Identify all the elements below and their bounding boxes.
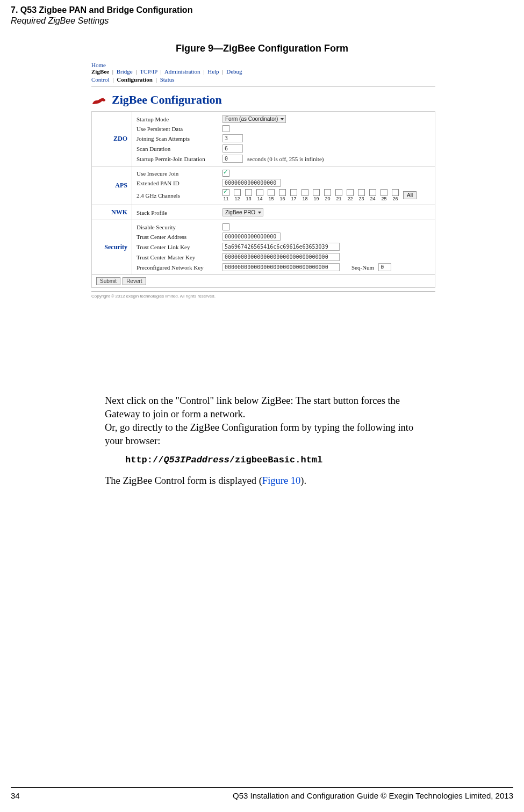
label-startup-mode: Startup Mode — [137, 116, 222, 122]
checkbox-use-persistent[interactable] — [222, 125, 229, 132]
breadcrumb-bridge[interactable]: Bridge — [117, 68, 133, 75]
checkbox-ch-16[interactable] — [279, 189, 286, 196]
button-row: Submit Revert — [91, 275, 435, 288]
page-footer: 34 Q53 Installation and Configuration Gu… — [11, 787, 513, 800]
input-scan-duration[interactable]: 6 — [222, 144, 243, 153]
lizard-icon — [91, 94, 106, 106]
figure-caption: Figure 9—ZigBee Configuration Form — [0, 43, 524, 54]
checkbox-ch-12[interactable] — [234, 189, 241, 196]
select-startup-mode[interactable]: Form (as Coordinator) — [222, 115, 286, 123]
checkbox-ch-25[interactable] — [381, 189, 387, 196]
checkbox-ch-21[interactable] — [335, 189, 342, 196]
label-insecure-join: Use Insecure Join — [137, 170, 222, 177]
checkbox-disable-security[interactable] — [222, 223, 229, 230]
checkbox-ch-20[interactable] — [324, 189, 331, 196]
input-tc-link-key[interactable]: 5a6967426565416c6c69616e63653039 — [222, 243, 340, 251]
input-tc-address[interactable]: 0000000000000000 — [222, 233, 281, 241]
section-aps: APS — [92, 166, 132, 205]
select-stack-profile[interactable]: ZigBee PRO — [222, 208, 263, 216]
label-tc-address: Trust Center Address — [137, 234, 222, 240]
page-header: 7. Q53 Zigbee PAN and Bridge Configurati… — [11, 5, 513, 26]
label-tc-master-key: Trust Center Master Key — [137, 254, 222, 260]
input-tc-master-key[interactable]: 00000000000000000000000000000000 — [222, 253, 340, 261]
figure-10-link[interactable]: Figure 10 — [262, 475, 300, 486]
input-seqnum[interactable]: 0 — [378, 263, 391, 271]
screenshot-copyright: Copyright © 2012 exegin technologies lim… — [91, 291, 435, 299]
label-tc-link-key: Trust Center Link Key — [137, 244, 222, 250]
input-join-scan[interactable]: 3 — [222, 134, 243, 142]
label-disable-security: Disable Security — [137, 224, 222, 230]
paragraph-1: Next click on the "Control" link below Z… — [105, 394, 430, 448]
seqnum-label: Seq-Num — [351, 264, 374, 271]
all-channels-button[interactable]: All — [403, 191, 417, 199]
checkbox-ch-15[interactable] — [268, 189, 275, 196]
screenshot-figure: Home ZigBee | Bridge | TCP/IP | Administ… — [91, 62, 435, 299]
breadcrumb-help[interactable]: Help — [207, 68, 219, 75]
label-use-persistent: Use Persistent Data — [137, 126, 222, 132]
label-join-scan: Joining Scan Attempts — [137, 135, 222, 142]
breadcrumb-home[interactable]: Home — [91, 62, 106, 68]
input-epid[interactable]: 0000000000000000 — [222, 179, 281, 187]
channels-group: 11 12 13 14 15 16 17 18 19 20 21 22 — [222, 189, 430, 201]
breadcrumb-control[interactable]: Control — [91, 76, 110, 83]
label-channels: 2.4 GHz Channels — [137, 192, 222, 199]
checkbox-ch-18[interactable] — [302, 189, 308, 196]
checkbox-ch-22[interactable] — [347, 189, 354, 196]
checkbox-ch-19[interactable] — [313, 189, 320, 196]
sub-chapter-title: Required ZigBee Settings — [11, 16, 513, 26]
paragraph-2: The ZigBee Control form is displayed (Fi… — [105, 474, 430, 488]
chapter-title: 7. Q53 Zigbee PAN and Bridge Configurati… — [11, 5, 513, 15]
breadcrumb-sub: Control | Configuration | Status — [91, 76, 435, 83]
label-permit-join: Startup Permit-Join Duration — [137, 156, 222, 162]
breadcrumb-status[interactable]: Status — [160, 76, 175, 83]
checkbox-ch-14[interactable] — [256, 189, 263, 196]
body-text: Next click on the "Control" link below Z… — [105, 387, 430, 493]
breadcrumb-active-configuration[interactable]: Configuration — [117, 76, 153, 83]
breadcrumb-tcpip[interactable]: TCP/IP — [140, 68, 157, 75]
page-title-row: ZigBee Configuration — [91, 93, 435, 107]
checkbox-ch-11[interactable] — [222, 189, 229, 196]
url-line: http://Q53IPaddress/zigbeeBasic.html — [125, 454, 430, 467]
page-title: ZigBee Configuration — [112, 93, 222, 107]
checkbox-ch-17[interactable] — [290, 189, 297, 196]
breadcrumb-active-zigbee[interactable]: ZigBee — [91, 68, 109, 75]
config-table: ZDO Startup Mode Form (as Coordinator) U… — [91, 111, 435, 275]
label-epid: Extended PAN ID — [137, 180, 222, 186]
page-number: 34 — [11, 791, 20, 800]
permit-join-suffix: seconds (0 is off, 255 is infinite) — [247, 156, 324, 162]
checkbox-ch-13[interactable] — [245, 189, 252, 196]
revert-button[interactable]: Revert — [123, 277, 146, 285]
checkbox-ch-26[interactable] — [392, 189, 399, 196]
section-nwk: NWK — [92, 205, 132, 220]
checkbox-ch-23[interactable] — [358, 189, 365, 196]
checkbox-ch-24[interactable] — [369, 189, 376, 196]
input-pre-nwk-key[interactable]: 00000000000000000000000000000000 — [222, 263, 340, 271]
breadcrumb-admin[interactable]: Administration — [164, 68, 200, 75]
label-pre-nwk-key: Preconfigured Network Key — [137, 264, 222, 271]
input-permit-join[interactable]: 0 — [222, 155, 243, 163]
breadcrumb-top: Home ZigBee | Bridge | TCP/IP | Administ… — [91, 62, 435, 75]
divider — [91, 86, 435, 86]
checkbox-insecure-join[interactable] — [222, 170, 229, 177]
label-stack-profile: Stack Profile — [137, 209, 222, 216]
submit-button[interactable]: Submit — [96, 277, 120, 285]
footer-text: Q53 Installation and Configuration Guide… — [233, 791, 513, 800]
section-zdo: ZDO — [92, 112, 132, 166]
label-scan-duration: Scan Duration — [137, 146, 222, 152]
breadcrumb-debug[interactable]: Debug — [226, 68, 242, 75]
section-security: Security — [92, 220, 132, 275]
